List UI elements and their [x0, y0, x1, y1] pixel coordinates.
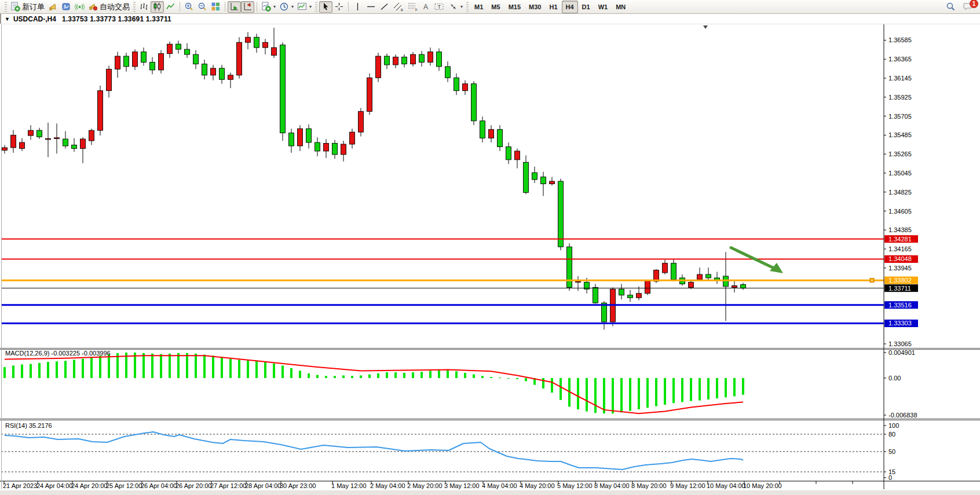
candle-bearish	[280, 45, 286, 133]
timeframe-w1-button[interactable]: W1	[594, 1, 612, 13]
price-axis-label: 1.35485	[888, 131, 912, 138]
toolbar-separator	[225, 2, 225, 12]
crosshair-icon	[334, 2, 344, 12]
timeframe-m30-button[interactable]: M30	[525, 1, 545, 13]
equidistant-channel-button[interactable]: E	[391, 1, 405, 13]
chart-menu-icon[interactable]: ▼	[5, 16, 10, 22]
periods-button[interactable]: ▾	[277, 1, 295, 13]
new-order-label: 新订单	[22, 2, 45, 12]
timeframe-mn-button[interactable]: MN	[612, 1, 630, 13]
market-news-button[interactable]	[60, 1, 73, 13]
chevron-down-icon[interactable]: ▾	[460, 4, 463, 9]
time-axis-label: 1 May 12:00	[331, 482, 367, 489]
zoom-in-button[interactable]	[182, 1, 196, 13]
new-order-button[interactable]: 新订单	[9, 1, 46, 13]
candlestick-chart-button[interactable]	[151, 1, 164, 13]
macd-histogram-bar	[212, 355, 214, 378]
price-axis-label: 1.35045	[888, 170, 912, 177]
macd-histogram-bar	[82, 359, 84, 378]
candle-bearish	[671, 263, 677, 280]
toolbar-grip[interactable]	[5, 2, 7, 12]
fibonacci-button[interactable]: F	[405, 1, 420, 13]
chart-shift-button[interactable]	[241, 1, 254, 13]
rsi-axis-label: 80	[888, 431, 895, 438]
time-axis-label: 26 Apr 20:00	[175, 482, 211, 489]
macd-histogram-bar	[664, 378, 666, 405]
macd-histogram-bar	[377, 373, 379, 378]
macd-histogram-bar	[594, 378, 597, 413]
text-button[interactable]: A	[420, 1, 432, 13]
candle-bearish	[385, 56, 390, 65]
arrows-button[interactable]: ▾	[447, 1, 465, 13]
text-label-button[interactable]: T	[432, 1, 447, 13]
trendline-button[interactable]	[378, 1, 391, 13]
chevron-down-icon[interactable]: ▾	[291, 4, 294, 9]
candle-bearish	[706, 274, 711, 278]
macd-histogram-bar	[412, 372, 414, 378]
clock-icon	[279, 2, 289, 12]
macd-histogram-bar	[177, 353, 180, 378]
macd-histogram-bar	[308, 373, 310, 378]
candle-bullish	[2, 148, 8, 150]
timeframe-m1-button[interactable]: M1	[470, 1, 487, 13]
macd-histogram-bar	[21, 365, 23, 378]
candle-bearish	[541, 177, 546, 184]
time-axis-label: 10 May 04:00	[707, 482, 745, 489]
auto-trading-button[interactable]: 自动交易	[86, 1, 131, 13]
macd-histogram-bar	[238, 360, 240, 379]
chevron-down-icon[interactable]: ▾	[309, 4, 312, 9]
vertical-line-button[interactable]	[351, 1, 364, 13]
toolbar-grip[interactable]	[315, 2, 317, 12]
macd-histogram-bar	[699, 378, 701, 401]
macd-histogram-bar	[264, 362, 266, 378]
line-chart-button[interactable]	[164, 1, 177, 13]
time-axis-label: 3 May 12:00	[444, 482, 480, 489]
toolbar-separator	[257, 2, 257, 12]
signals-button[interactable]	[73, 1, 86, 13]
community-button[interactable]: 1	[961, 1, 975, 13]
candle-bullish	[115, 56, 120, 69]
signal-icon	[75, 2, 85, 12]
candle-bullish	[272, 47, 277, 55]
candle-bullish	[20, 142, 25, 148]
candle-bullish	[463, 84, 468, 91]
auto-scroll-icon	[229, 2, 239, 12]
time-axis-label: 4 May 20:00	[520, 482, 555, 489]
search-button[interactable]	[944, 1, 957, 13]
price-axis-label: 1.36365	[888, 56, 912, 63]
toolbar-grip[interactable]	[466, 2, 469, 12]
macd-histogram-bar	[38, 363, 41, 378]
timeframe-d1-button[interactable]: D1	[578, 1, 594, 13]
alerts-button[interactable]	[46, 1, 60, 13]
indicators-button[interactable]: ▾	[259, 1, 277, 13]
tile-windows-button[interactable]	[209, 1, 222, 13]
candle-bearish	[445, 67, 451, 78]
templates-button[interactable]: ▾	[295, 1, 313, 13]
chart-canvas[interactable]: 1.368051.365851.363651.361451.359251.357…	[0, 0, 980, 495]
timeframe-m5-button[interactable]: M5	[487, 1, 504, 13]
candle-bearish	[37, 130, 42, 137]
macd-histogram-bar	[655, 378, 657, 406]
macd-histogram-bar	[473, 375, 475, 378]
auto-scroll-button[interactable]	[228, 1, 241, 13]
timeframe-h1-button[interactable]: H1	[545, 1, 561, 13]
toolbar-grip[interactable]	[133, 2, 136, 12]
chevron-down-icon[interactable]: ▾	[273, 4, 276, 9]
zoom-out-button[interactable]	[196, 1, 209, 13]
search-icon	[946, 2, 956, 12]
macd-histogram-bar	[716, 378, 718, 398]
toolbar-separator	[348, 2, 349, 12]
cursor-button[interactable]	[319, 1, 332, 13]
bar-chart-button[interactable]	[137, 1, 151, 13]
macd-histogram-bar	[247, 360, 249, 378]
horizontal-line-button[interactable]	[364, 1, 378, 13]
time-axis-label: 24 Apr 20:00	[71, 482, 107, 489]
crosshair-button[interactable]	[332, 1, 346, 13]
timeframe-m15-button[interactable]: M15	[504, 1, 525, 13]
notification-badge[interactable]: 1	[970, 0, 978, 8]
macd-histogram-bar	[108, 354, 110, 378]
macd-histogram-bar	[438, 371, 440, 379]
macd-histogram-bar	[142, 353, 145, 378]
timeframe-h4-button[interactable]: H4	[562, 1, 578, 13]
macd-histogram-bar	[707, 378, 710, 399]
